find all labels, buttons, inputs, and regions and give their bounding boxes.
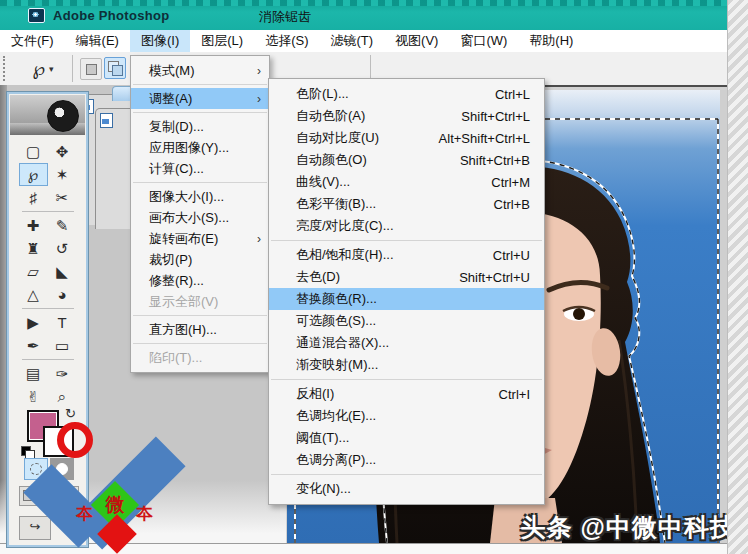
menubar-item-4[interactable]: 图层(L)	[190, 30, 254, 52]
pen-tool[interactable]: ✒	[19, 334, 48, 357]
blur-tool[interactable]: △	[19, 283, 48, 306]
swap-colors-icon[interactable]: ↻	[65, 406, 76, 421]
menu-item[interactable]: 直方图(H)...	[131, 319, 269, 340]
title-bar[interactable]: Adobe Photoshop	[0, 0, 748, 30]
clone-stamp-tool[interactable]: ♜	[19, 237, 48, 260]
notes-tool[interactable]: ▤	[19, 362, 48, 385]
menubar-item-1[interactable]: 文件(F)	[0, 30, 65, 52]
menu-item[interactable]: 自动颜色(O)Shift+Ctrl+B	[269, 149, 544, 171]
menu-item[interactable]: 色相/饱和度(H)...Ctrl+U	[269, 244, 544, 266]
eyedropper-icon: ✑	[56, 365, 69, 383]
menu-item[interactable]: 显示全部(V)	[131, 291, 269, 312]
window-title: Adobe Photoshop	[53, 8, 169, 23]
tool-grid: ▢✥℘✶♯✂✚✎♜↺▱◣△◕▶T✒▭▤✑✌⌕	[9, 140, 86, 408]
magic-wand-icon: ✶	[56, 166, 69, 184]
menubar-item-8[interactable]: 窗口(W)	[449, 30, 518, 52]
type-tool[interactable]: T	[48, 311, 77, 334]
menu-item[interactable]: 变化(N)...	[269, 478, 544, 500]
menu-item[interactable]: 色彩平衡(B)...Ctrl+B	[269, 193, 544, 215]
image-menu-panel: 模式(M)›调整(A)›复制(D)...应用图像(Y)...计算(C)...图像…	[130, 55, 270, 373]
menubar-item-2[interactable]: 编辑(E)	[65, 30, 130, 52]
menu-item[interactable]: 计算(C)...	[131, 158, 269, 179]
menu-item[interactable]: 调整(A)›	[131, 88, 269, 109]
new-selection-button[interactable]	[80, 58, 102, 80]
menu-bar: 文件(F)编辑(E)图像(I)图层(L)选择(S)滤镜(T)视图(V)窗口(W)…	[0, 30, 748, 53]
submenu-arrow-icon: ›	[257, 92, 261, 106]
toolbox-separator	[22, 211, 74, 212]
menu-item[interactable]: 图像大小(I)...	[131, 186, 269, 207]
menu-item[interactable]: 画布大小(S)...	[131, 207, 269, 228]
magic-wand-tool[interactable]: ✶	[48, 163, 77, 186]
shortcut-label: Ctrl+L	[495, 87, 530, 102]
eraser-tool[interactable]: ▱	[19, 260, 48, 283]
clone-stamp-icon: ♜	[26, 240, 39, 258]
menu-item[interactable]: 裁切(P)	[131, 249, 269, 270]
menubar-item-5[interactable]: 选择(S)	[254, 30, 319, 52]
new-selection-icon	[86, 64, 97, 75]
menu-item[interactable]: 通道混合器(X)...	[269, 332, 544, 354]
menu-item[interactable]: 可选颜色(S)...	[269, 310, 544, 332]
shape-tool[interactable]: ▭	[48, 334, 77, 357]
brush-tool[interactable]: ✎	[48, 214, 77, 237]
menubar-item-6[interactable]: 滤镜(T)	[319, 30, 384, 52]
dodge-tool[interactable]: ◕	[48, 283, 77, 306]
path-selection-tool[interactable]: ▶	[19, 311, 48, 334]
menu-item[interactable]: 旋转画布(E)›	[131, 228, 269, 249]
menu-item[interactable]: 曲线(V)...Ctrl+M	[269, 171, 544, 193]
zoom-tool[interactable]: ⌕	[48, 385, 77, 408]
menubar-item-7[interactable]: 视图(V)	[384, 30, 449, 52]
menu-item[interactable]: 替换颜色(R)...	[269, 288, 544, 310]
menu-separator	[133, 112, 267, 113]
photoshop-eye-logo[interactable]	[10, 95, 85, 135]
slice-tool[interactable]: ✂	[48, 186, 77, 209]
menu-item[interactable]: 阈值(T)...	[269, 427, 544, 449]
menu-separator	[133, 315, 267, 316]
torn-right-edge	[727, 0, 748, 554]
paint-bucket-icon: ◣	[56, 263, 68, 281]
crop-tool[interactable]: ♯	[19, 186, 48, 209]
tool-preset-picker[interactable]: ℘ ▾	[20, 55, 66, 82]
dodge-icon: ◕	[57, 286, 66, 303]
adjustments-submenu-panel: 色阶(L)...Ctrl+L自动色阶(A)Shift+Ctrl+L自动对比度(U…	[268, 78, 545, 505]
menu-separator	[133, 182, 267, 183]
shortcut-label: Shift+Ctrl+B	[460, 153, 530, 168]
eyedropper-tool[interactable]: ✑	[48, 362, 77, 385]
zoom-icon: ⌕	[58, 388, 66, 406]
menu-item[interactable]: 渐变映射(M)...	[269, 354, 544, 376]
lasso-tool[interactable]: ℘	[19, 163, 48, 186]
document-thumbnail-icon	[100, 113, 113, 128]
toolbox-separator	[22, 359, 74, 360]
hand-tool[interactable]: ✌	[19, 385, 48, 408]
watermark-text: 头条 @中微中科技	[521, 511, 736, 544]
photoshop-app-icon	[28, 8, 45, 23]
menu-separator	[271, 379, 542, 380]
paint-bucket-tool[interactable]: ◣	[48, 260, 77, 283]
menubar-item-3[interactable]: 图像(I)	[130, 30, 190, 52]
rectangular-marquee-tool[interactable]: ▢	[19, 140, 48, 163]
menu-item[interactable]: 色调均化(E)...	[269, 405, 544, 427]
move-tool[interactable]: ✥	[48, 140, 77, 163]
menu-item[interactable]: 修整(R)...	[131, 270, 269, 291]
menubar-item-9[interactable]: 帮助(H)	[518, 30, 584, 52]
healing-brush-tool[interactable]: ✚	[19, 214, 48, 237]
menu-item[interactable]: 色调分离(P)...	[269, 449, 544, 471]
menu-separator	[133, 343, 267, 344]
history-brush-tool[interactable]: ↺	[48, 237, 77, 260]
torn-top-edge	[0, 0, 748, 6]
add-to-selection-button[interactable]	[104, 57, 126, 79]
menu-item[interactable]: 模式(M)›	[131, 60, 269, 81]
anti-alias-label[interactable]: 消除锯齿	[259, 8, 311, 26]
menu-item[interactable]: 去色(D)Shift+Ctrl+U	[269, 266, 544, 288]
options-bar-grip[interactable]	[3, 56, 5, 81]
menu-item[interactable]: 陷印(T)...	[131, 347, 269, 368]
menu-item[interactable]: 应用图像(Y)...	[131, 137, 269, 158]
toolbox-separator	[22, 308, 74, 309]
menu-item[interactable]: 自动对比度(U)Alt+Shift+Ctrl+L	[269, 127, 544, 149]
menu-item[interactable]: 自动色阶(A)Shift+Ctrl+L	[269, 105, 544, 127]
menu-item[interactable]: 亮度/对比度(C)...	[269, 215, 544, 237]
menu-item[interactable]: 色阶(L)...Ctrl+L	[269, 83, 544, 105]
healing-brush-icon: ✚	[27, 217, 40, 235]
menu-item[interactable]: 反相(I)Ctrl+I	[269, 383, 544, 405]
menu-item[interactable]: 复制(D)...	[131, 116, 269, 137]
eraser-icon: ▱	[27, 263, 39, 281]
